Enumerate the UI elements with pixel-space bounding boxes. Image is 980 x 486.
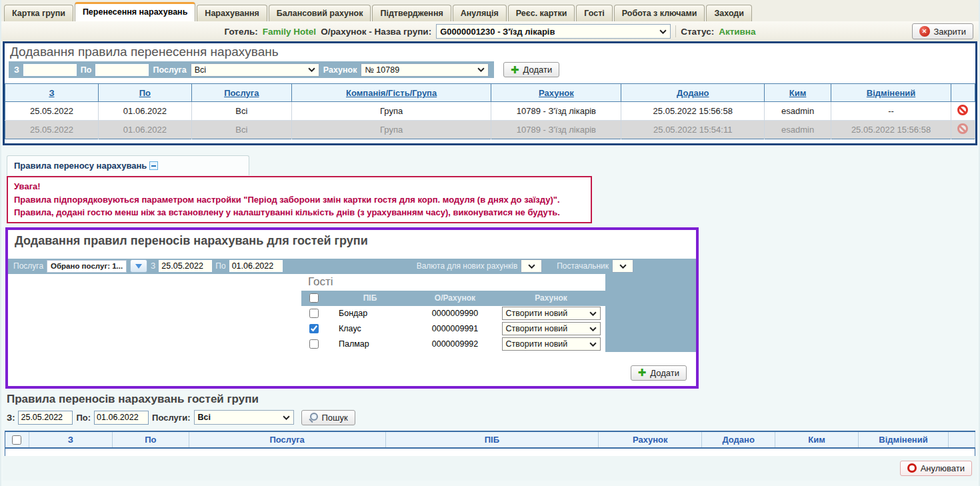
- rules-subtab[interactable]: Правила переносу нарахувань: [7, 155, 249, 175]
- rule-from-date-input[interactable]: [23, 64, 77, 76]
- rules-table-header-row: З По Послуга Компанія/Гість/Група Рахуно…: [5, 84, 975, 102]
- list-from-date-input[interactable]: [18, 411, 73, 425]
- guest-account-select[interactable]: Створити новий: [502, 322, 601, 335]
- group-select-value: G0000001230 - З'їзд лікарів: [440, 27, 555, 37]
- col-header-service[interactable]: Послуга: [191, 84, 291, 102]
- tab-perenesennya-narakhuvan[interactable]: Перенесення нарахувань: [75, 2, 195, 21]
- tab-reyes-kartky[interactable]: Реєс. картки: [508, 5, 575, 21]
- chevron-down-icon: [589, 327, 597, 331]
- table-row: 25.05.2022 01.06.2022 Всі Група 10789 - …: [5, 121, 975, 139]
- account-label: Рахунок: [323, 65, 357, 75]
- cell-account: 10789 - З'їзд лікарів: [491, 121, 621, 139]
- currency-select[interactable]: [521, 259, 542, 273]
- add-guest-rules-button[interactable]: ✚ Додати: [631, 365, 687, 381]
- guest-checkbox[interactable]: [309, 324, 319, 333]
- col-header-from: З: [29, 431, 112, 448]
- main-tab-bar: Картка групи Перенесення нарахувань Нара…: [1, 0, 979, 21]
- cell-service: Всі: [191, 102, 291, 121]
- guest-oaccount: 0000009990: [413, 306, 497, 321]
- tab-robota-z-klyuchamy[interactable]: Робота з ключами: [614, 5, 705, 21]
- tab-pidtverdzhennya[interactable]: Підтвердження: [372, 5, 451, 21]
- status-value: Активна: [719, 27, 755, 37]
- tab-zakhody[interactable]: Заходи: [706, 5, 752, 21]
- guests-header-row: ПІБ О/Рахунок Рахунок: [301, 291, 605, 306]
- select-all-rules-checkbox[interactable]: [12, 435, 21, 445]
- guest-account-select[interactable]: Створити новий: [502, 307, 601, 320]
- chevron-down-icon: [308, 67, 315, 72]
- guests-table: ПІБ О/Рахунок Рахунок Бондар 0000009990 …: [301, 291, 605, 352]
- close-button-top[interactable]: ✕ Закрити: [912, 23, 973, 39]
- add-rule-panel: Додавання правила перенесення нарахувань…: [3, 41, 977, 145]
- annul-button[interactable]: Анулювати: [900, 461, 972, 476]
- collapse-minus-icon[interactable]: [149, 161, 158, 170]
- to-label: По: [215, 261, 225, 271]
- col-header-added[interactable]: Додано: [621, 84, 765, 102]
- list-services-value: Всі: [198, 413, 211, 422]
- guests-right-filler: [605, 274, 696, 352]
- annul-circle-icon: [907, 463, 917, 473]
- guests-zone: Гості ПІБ О/Рахунок Рахунок: [8, 274, 696, 352]
- col-header-service: Послуга: [189, 431, 385, 448]
- cell-by: esadmin: [765, 102, 831, 121]
- from-label: З: [151, 261, 155, 271]
- select-all-guests-checkbox[interactable]: [309, 293, 319, 303]
- col-header-cancelled[interactable]: Відмінений: [831, 84, 951, 102]
- tab-anulyatsiya[interactable]: Ануляція: [453, 5, 507, 21]
- rules-subtab-label: Правила переносу нарахувань: [14, 161, 147, 171]
- col-header-to[interactable]: По: [98, 84, 191, 102]
- close-icon: ✕: [919, 26, 930, 37]
- cancel-rule-icon[interactable]: [957, 123, 968, 134]
- guest-oaccount: 0000009991: [413, 321, 497, 337]
- warning-line-3: Правила, додані гостю менш ніж за встано…: [14, 206, 585, 219]
- rule-service-select[interactable]: Всі: [191, 63, 319, 77]
- service-label: Послуга: [153, 65, 186, 75]
- rule-account-select[interactable]: № 10789: [361, 63, 489, 77]
- cell-entity: Група: [291, 121, 491, 139]
- guest-oaccount: 0000009992: [413, 337, 497, 352]
- add-rule-button[interactable]: ✚ Додати: [503, 62, 559, 77]
- service-dropdown-arrow-icon[interactable]: [130, 259, 147, 273]
- cell-cancelled: --: [831, 102, 951, 121]
- guest-rules-list-title: Правила переносів нарахувань гостей груп…: [7, 393, 979, 406]
- col-header-entity[interactable]: Компанія/Гість/Група: [291, 84, 491, 102]
- tab-narakhuvannya[interactable]: Нарахування: [197, 5, 267, 21]
- supplier-label: Постачальник: [557, 261, 609, 271]
- chevron-down-icon: [589, 342, 597, 347]
- list-services-select[interactable]: Всі: [194, 410, 294, 425]
- guest-account-select[interactable]: Створити новий: [502, 337, 601, 351]
- col-header-from[interactable]: З: [5, 84, 99, 102]
- guest-name: Клаус: [327, 321, 413, 337]
- guest-to-date-input[interactable]: [229, 260, 283, 272]
- cell-service: Всі: [191, 121, 291, 139]
- col-header-account[interactable]: Рахунок: [491, 84, 621, 102]
- table-row: 25.05.2022 01.06.2022 Всі Група 10789 - …: [5, 102, 975, 121]
- cell-added: 25.05.2022 15:54:11: [621, 121, 765, 139]
- rule-service-value: Всі: [195, 65, 206, 75]
- col-header-account: Рахунок: [599, 431, 702, 448]
- tab-kartka-hrupy[interactable]: Картка групи: [4, 5, 73, 21]
- hotel-name: Family Hotel: [263, 27, 316, 37]
- list-to-date-input[interactable]: [94, 411, 149, 425]
- group-header-bar: Готель: Family Hotel О/рахунок - Назва г…: [1, 21, 979, 41]
- guest-rules-header-row: З По Послуга ПІБ Рахунок Додано Ким Відм…: [5, 431, 975, 448]
- guest-from-date-input[interactable]: [159, 260, 212, 272]
- cell-cancelled: 25.05.2022 15:56:58: [831, 121, 951, 139]
- guests-title: Гості: [301, 274, 605, 291]
- from-label: З:: [7, 413, 15, 423]
- supplier-select[interactable]: [612, 259, 633, 273]
- services-label: Послуги:: [152, 413, 190, 423]
- guest-checkbox[interactable]: [309, 309, 319, 318]
- cancel-rule-icon[interactable]: [957, 105, 968, 115]
- guest-checkbox[interactable]: [309, 339, 319, 349]
- tab-hosti[interactable]: Гості: [576, 5, 612, 21]
- tab-balansovyi-rakhunok[interactable]: Балансовий рахунок: [269, 5, 371, 21]
- group-select[interactable]: G0000001230 - З'їзд лікарів: [436, 24, 671, 39]
- guest-account-option: Створити новий: [506, 339, 568, 349]
- guest-service-multiselect[interactable]: Обрано послуг: 1...: [47, 260, 127, 273]
- guest-rules-form: Послуга Обрано послуг: 1... З По Валюта …: [8, 259, 696, 274]
- rule-to-date-input[interactable]: [95, 64, 149, 76]
- divider: [675, 25, 676, 37]
- col-header-by[interactable]: Ким: [765, 84, 831, 102]
- cell-entity: Група: [291, 102, 491, 121]
- search-button[interactable]: Пошук: [301, 410, 355, 425]
